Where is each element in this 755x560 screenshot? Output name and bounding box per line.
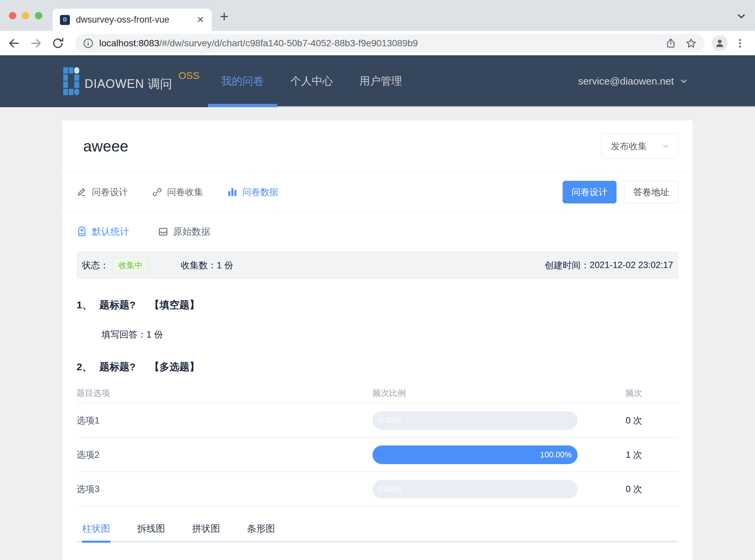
status-badge: 收集中 [112,257,149,274]
subtab-label: 原始数据 [173,225,210,238]
tab-survey-data[interactable]: 问卷数据 [227,186,278,198]
close-tab-icon[interactable]: ✕ [197,14,204,25]
table-header-row: 题目选项 频次比例 频次 [77,383,678,403]
url-bar[interactable]: localhost:8083/#/dw/survey/d/chart/c98fa… [75,34,705,53]
publish-collect-select[interactable]: 发布收集 [601,134,678,159]
nav-item-my-surveys[interactable]: 我的问卷 [208,55,277,107]
link-icon [152,187,162,197]
option-count: 0 次 [577,415,678,426]
chart-tabs-track [77,541,678,542]
browser-tab-strip: D dwsurvey-oss-front-vue ✕ + [0,0,755,31]
tab-label: 问卷设计 [92,186,128,198]
option-count: 0 次 [577,483,678,495]
option-name: 选项1 [77,415,372,426]
share-icon[interactable] [665,38,676,49]
answer-label: 填写回答： [102,329,146,340]
browser-toolbar: localhost:8083/#/dw/survey/d/chart/c98fa… [0,31,755,55]
app-logo[interactable]: DIAOWEN 调问 OSS [63,67,199,95]
report-tag-icon [77,226,87,237]
app-header: DIAOWEN 调问 OSS 我的问卷 个人中心 用户管理 service@di… [0,55,755,107]
question-type: 【填空题】 [149,299,199,310]
progress-bar: 100.00% [372,445,577,464]
answer-url-button[interactable]: 答卷地址 [624,181,678,203]
url-host: localhost:8083 [99,38,160,48]
chart-type-tabs: 柱状图 拆线图 拼状图 条形图 [77,522,678,542]
tab-label: 问卷收集 [167,186,203,198]
brand-name: DIAOWEN 调问 [85,76,172,92]
question-1-answer: 填写回答：1 份 [102,328,678,341]
question-type: 【多选题】 [149,361,199,372]
subtab-default-stats[interactable]: 默认统计 [77,225,129,238]
question-1-title: 1、题标题?【填空题】 [77,298,678,312]
created-time-label: 创建时间： [545,259,590,271]
diaowen-logo-icon [63,67,79,95]
chevron-down-icon [661,142,670,151]
tab-label: 问卷数据 [242,186,278,198]
chevron-down-icon [679,77,689,86]
reload-button[interactable] [50,36,65,51]
question-number: 1、 [77,299,92,310]
close-window-button[interactable] [9,12,16,19]
chart-tab-bar[interactable]: 条形图 [247,522,275,536]
question-1: 1、题标题?【填空题】 填写回答：1 份 [63,298,692,341]
browser-tab-title: dwsurvey-oss-front-vue [76,15,193,25]
status-bar: 状态： 收集中 收集数： 1 份 创建时间： 2021-12-02 23:02:… [77,252,678,279]
option-name: 选项3 [77,483,372,495]
table-row: 选项1 0.00% 0 次 [77,403,678,438]
option-count: 1 次 [577,449,678,461]
tab-search-chevron-icon[interactable] [736,11,747,22]
status-label: 状态： [82,259,109,271]
person-icon [714,38,726,49]
table-row: 选项3 0.00% 0 次 [77,472,678,506]
tab-survey-design[interactable]: 问卷设计 [77,186,128,198]
back-button[interactable] [7,36,21,51]
browser-profile-avatar[interactable] [712,35,728,51]
chart-tab-pie[interactable]: 拼状图 [192,522,220,536]
survey-detail-card: aweee 发布收集 问卷设计 问卷收集 问卷数据 问卷设计 答卷地址 默认统计… [63,121,692,560]
maximize-window-button[interactable] [35,12,42,19]
progress-label: 100.00% [540,445,572,464]
question-2: 2、题标题?【多选题】 [63,360,692,374]
nav-item-user-management[interactable]: 用户管理 [346,55,415,107]
page-info-icon[interactable] [83,38,94,49]
question-2-title: 2、题标题?【多选题】 [77,360,678,374]
subtab-label: 默认统计 [92,225,129,238]
progress-bar: 0.00% [372,411,577,430]
pencil-icon [77,187,87,197]
chart-tab-column[interactable]: 柱状图 [82,522,110,536]
favicon-icon: D [60,15,70,25]
question-text: 题标题? [100,361,136,372]
header-frequency: 频次 [577,387,678,399]
table-row: 选项2 100.00% 1 次 [77,438,678,472]
browser-tab[interactable]: D dwsurvey-oss-front-vue ✕ [53,9,212,31]
chart-tab-line[interactable]: 拆线图 [137,522,165,536]
url-text[interactable]: localhost:8083/#/dw/survey/d/chart/c98fa… [99,38,660,48]
inbox-icon [158,226,168,237]
progress-bar: 0.00% [372,480,577,498]
brand-badge: OSS [179,70,199,81]
bookmark-star-icon[interactable] [685,37,697,49]
option-name: 选项2 [77,449,372,461]
new-tab-button[interactable]: + [220,7,229,25]
header-option: 题目选项 [77,387,372,399]
stats-subtabs-row: 默认统计 原始数据 [63,212,692,252]
collect-count-label: 收集数： [181,259,217,271]
forward-button[interactable] [28,36,43,51]
answer-value: 1 份 [146,329,163,340]
publish-collect-value: 发布收集 [611,140,647,152]
minimize-window-button[interactable] [22,12,29,19]
progress-label: 0.00% [379,411,401,430]
url-path: /#/dw/survey/d/chart/c98fa140-50b7-4052-… [160,38,418,48]
survey-design-button[interactable]: 问卷设计 [563,181,616,203]
account-dropdown[interactable]: service@diaowen.net [578,55,689,107]
survey-title: aweee [83,137,128,155]
bar-chart-icon [227,187,238,197]
subtab-raw-data[interactable]: 原始数据 [158,225,210,238]
browser-menu-icon[interactable] [734,38,746,49]
nav-item-personal-center[interactable]: 个人中心 [277,55,346,107]
survey-tabs-row: 问卷设计 问卷收集 问卷数据 问卷设计 答卷地址 [63,172,692,212]
question-number: 2、 [77,361,92,372]
progress-label: 0.00% [379,480,401,498]
tab-survey-collect[interactable]: 问卷收集 [152,186,203,198]
chart-tabs-active-indicator [82,541,110,543]
